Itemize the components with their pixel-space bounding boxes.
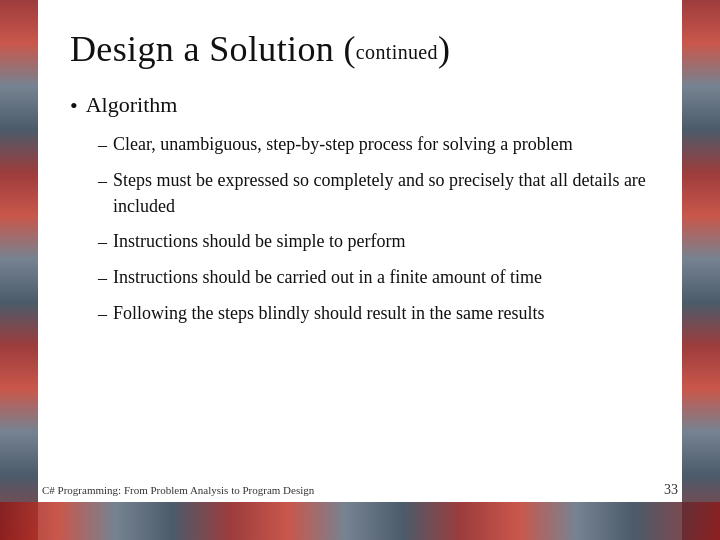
bullet-algorithm-label: Algorithm [86,92,178,118]
sub-bullet-text: Steps must be expressed so completely an… [113,167,650,219]
dash-icon: – [98,132,107,158]
list-item: – Steps must be expressed so completely … [98,167,650,219]
bullet-dot: • [70,92,78,121]
dash-icon: – [98,301,107,327]
sub-bullet-text: Instructions should be simple to perform [113,228,650,254]
slide-title: Design a Solution (continued) [70,28,650,70]
slide-footer: C# Programming: From Problem Analysis to… [42,482,678,498]
bullet-section: • Algorithm – Clear, unambiguous, step-b… [70,92,650,490]
slide-number: 33 [664,482,678,498]
footer-left-text: C# Programming: From Problem Analysis to… [42,484,314,496]
dash-icon: – [98,229,107,255]
title-continued: continued [356,41,438,63]
title-paren-close: ) [438,29,450,69]
border-right [682,0,720,540]
border-bottom [0,502,720,540]
list-item: – Instructions should be carried out in … [98,264,650,291]
sub-bullet-text: Clear, unambiguous, step-by-step process… [113,131,650,157]
border-left [0,0,38,540]
dash-icon: – [98,168,107,194]
slide-content: Design a Solution (continued) • Algorith… [38,0,682,502]
sub-bullet-text: Following the steps blindly should resul… [113,300,650,326]
list-item: – Instructions should be simple to perfo… [98,228,650,255]
bullet-algorithm: • Algorithm [70,92,650,121]
title-main: Design a Solution [70,29,343,69]
title-paren-open: ( [343,29,355,69]
list-item: – Clear, unambiguous, step-by-step proce… [98,131,650,158]
sub-bullet-text: Instructions should be carried out in a … [113,264,650,290]
dash-icon: – [98,265,107,291]
sub-bullets: – Clear, unambiguous, step-by-step proce… [98,131,650,328]
list-item: – Following the steps blindly should res… [98,300,650,327]
